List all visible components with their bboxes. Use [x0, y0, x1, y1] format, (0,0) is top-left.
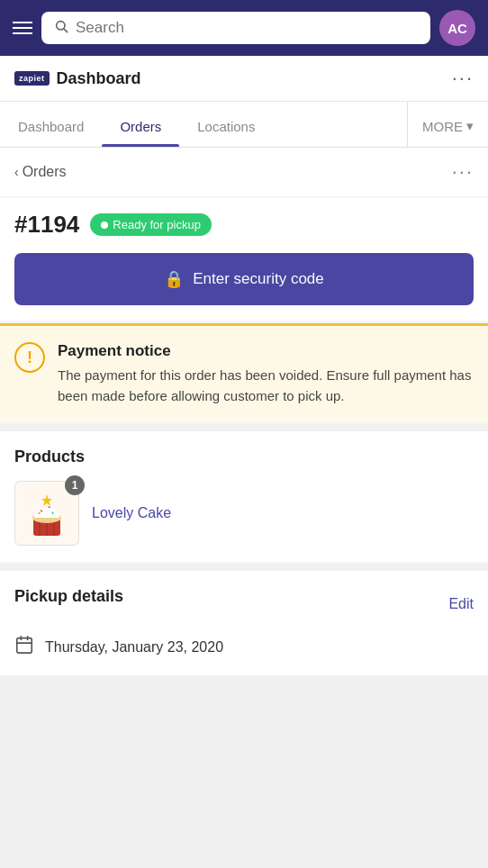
edit-pickup-button[interactable]: Edit: [448, 596, 474, 612]
status-badge: Ready for pickup: [90, 213, 212, 236]
calendar-icon: [14, 635, 34, 659]
products-section: Products: [0, 431, 488, 562]
breadcrumb[interactable]: ‹ Orders: [14, 164, 67, 180]
zapiet-logo: zapiet Dashboard: [14, 69, 452, 88]
search-bar[interactable]: [41, 12, 430, 44]
divider: [0, 424, 488, 431]
pickup-section: Pickup details Edit Thursday, January 23…: [0, 571, 488, 675]
product-item: 1 Lovely Cake: [14, 481, 474, 546]
logo-box: zapiet: [14, 71, 50, 86]
tab-orders[interactable]: Orders: [102, 103, 179, 147]
search-input[interactable]: [76, 19, 418, 37]
header-more-button[interactable]: ···: [452, 67, 474, 90]
warning-icon: !: [14, 342, 45, 373]
notice-title: Payment notice: [58, 342, 474, 360]
chevron-down-icon: ▾: [466, 118, 474, 134]
breadcrumb-more-button[interactable]: ···: [452, 160, 474, 184]
svg-marker-11: [41, 494, 52, 506]
notice-content: Payment notice The payment for this orde…: [58, 342, 474, 406]
breadcrumb-bar: ‹ Orders ···: [0, 148, 488, 196]
tab-more[interactable]: MORE ▾: [407, 102, 488, 147]
nav-tabs: Dashboard Orders Locations MORE ▾: [0, 102, 488, 148]
top-bar: AC: [0, 0, 488, 56]
pickup-title: Pickup details: [14, 587, 123, 606]
status-dot: [101, 222, 108, 229]
product-image-wrap: 1: [14, 481, 79, 546]
pickup-header: Pickup details Edit: [14, 587, 474, 620]
notice-text: The payment for this order has been void…: [58, 366, 474, 406]
status-label: Ready for pickup: [113, 218, 201, 231]
svg-rect-12: [17, 638, 32, 654]
tab-dashboard[interactable]: Dashboard: [0, 103, 102, 147]
page-title: Dashboard: [57, 69, 141, 88]
payment-notice: ! Payment notice The payment for this or…: [0, 323, 488, 422]
product-quantity-badge: 1: [65, 475, 85, 495]
svg-line-1: [64, 29, 68, 32]
pickup-date: Thursday, January 23, 2020: [45, 639, 223, 656]
enter-security-code-button[interactable]: 🔒 Enter security code: [14, 253, 474, 305]
pickup-row: Thursday, January 23, 2020: [14, 635, 474, 659]
back-chevron-icon: ‹: [14, 165, 19, 179]
content-area: ‹ Orders ··· #1194 Ready for pickup 🔒 En…: [0, 148, 488, 675]
svg-rect-8: [48, 506, 50, 508]
product-name[interactable]: Lovely Cake: [92, 505, 171, 521]
order-section: #1194 Ready for pickup 🔒 Enter security …: [0, 198, 488, 321]
lock-icon: 🔒: [164, 269, 184, 289]
divider-2: [0, 564, 488, 571]
products-title: Products: [14, 448, 474, 466]
tab-locations[interactable]: Locations: [179, 103, 273, 147]
avatar[interactable]: AC: [439, 10, 475, 46]
search-icon: [54, 19, 68, 37]
breadcrumb-label: Orders: [23, 164, 67, 180]
order-header: #1194 Ready for pickup: [14, 211, 474, 239]
hamburger-menu[interactable]: [13, 22, 32, 34]
dashboard-header: zapiet Dashboard ···: [0, 56, 488, 102]
order-number: #1194: [14, 211, 79, 239]
